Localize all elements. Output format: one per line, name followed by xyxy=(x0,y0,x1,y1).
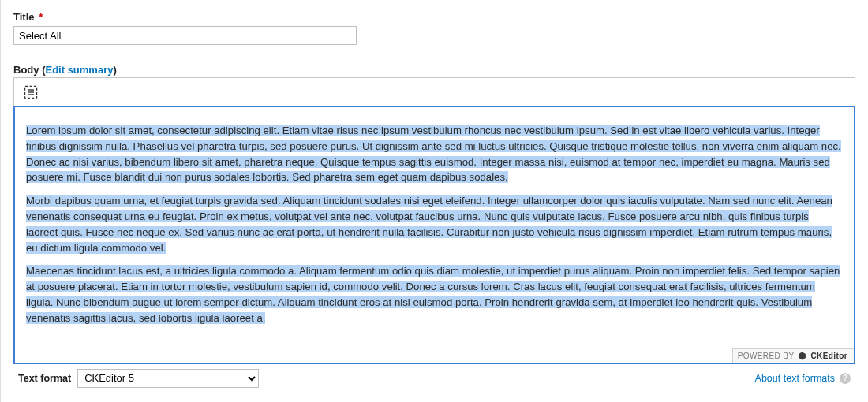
help-icon: ? xyxy=(840,373,851,384)
ckeditor-content-area[interactable]: Lorem ipsum dolor sit amet, consectetur … xyxy=(13,106,855,364)
about-text-formats-link[interactable]: About text formats ? xyxy=(755,373,851,384)
select-all-icon xyxy=(24,85,38,99)
ckeditor-content[interactable]: Lorem ipsum dolor sit amet, consectetur … xyxy=(15,107,854,363)
text-format-select[interactable]: CKEditor 5 xyxy=(77,369,259,388)
ckeditor: Lorem ipsum dolor sit amet, consectetur … xyxy=(13,77,855,364)
body-field: Body (Edit summary) Lorem ipsum dolor si… xyxy=(13,59,855,388)
ckeditor-logo-icon xyxy=(798,352,806,360)
body-label: Body (Edit summary) xyxy=(13,59,855,77)
text-format-label: Text format xyxy=(18,373,71,384)
edit-summary-link[interactable]: Edit summary xyxy=(45,64,113,76)
body-label-text: Body xyxy=(13,64,39,76)
ckeditor-brand-text: CKEditor xyxy=(810,352,847,360)
paragraph: Morbi dapibus quam urna, et feugiat turp… xyxy=(26,195,832,253)
title-label: Title * xyxy=(13,6,855,26)
text-format-row: Text format CKEditor 5 About text format… xyxy=(13,364,855,388)
svg-marker-4 xyxy=(799,352,806,359)
ckeditor-toolbar xyxy=(14,78,855,106)
title-field: Title * xyxy=(13,6,855,45)
required-indicator: * xyxy=(39,11,43,23)
powered-by-text: POWERED BY xyxy=(738,352,795,360)
about-text-formats-text: About text formats xyxy=(755,373,835,384)
select-all-button[interactable] xyxy=(19,81,43,103)
title-input[interactable] xyxy=(13,26,357,45)
ckeditor-badge[interactable]: POWERED BY CKEditor xyxy=(732,348,854,363)
title-label-text: Title xyxy=(13,11,35,23)
paragraph: Maecenas tincidunt lacus est, a ultricie… xyxy=(26,265,840,323)
paragraph: Lorem ipsum dolor sit amet, consectetur … xyxy=(26,125,841,183)
